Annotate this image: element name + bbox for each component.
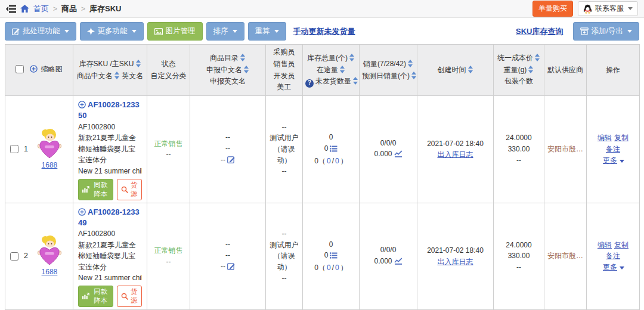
inout-stock-log-link[interactable]: 出入库日志 (438, 258, 473, 266)
find-source-button[interactable]: 货源 (117, 179, 142, 200)
cell-sku: AF10028-123349 AF1002800 新款21夏季儿童全棉短袖睡袋婴… (73, 203, 147, 309)
cell-cost: 24.0000 330.00 -- (494, 203, 544, 309)
unshipped-count: 0 (314, 157, 318, 165)
sort-icon[interactable] (244, 66, 249, 73)
circle-plus-icon[interactable] (30, 65, 38, 77)
edit-declare-name-icon[interactable] (227, 262, 235, 274)
single-purchase-button[interactable]: 单量购买 (532, 1, 573, 17)
sort-icon[interactable] (411, 72, 417, 79)
row-checkbox[interactable] (10, 252, 18, 261)
created-time: 2021-07-02 18:40 (420, 138, 491, 150)
image-icon (154, 28, 163, 35)
header-actions: 操作 (587, 45, 640, 96)
cell-sku: AF10028-123350 AF1002800 新款21夏季儿童全棉短袖睡袋婴… (73, 96, 147, 203)
default-supplier[interactable]: 安阳市殷… (547, 145, 583, 153)
edit-link[interactable]: 编辑 (597, 241, 612, 249)
sort-icon[interactable] (340, 66, 345, 73)
header-sku: 库存SKU /主SKU 商品中文名 英文名 (73, 45, 147, 96)
select-all-checkbox[interactable] (16, 65, 24, 73)
cell-supplier: 安阳市殷… (544, 203, 587, 309)
note-link[interactable]: 备注 (606, 145, 620, 153)
inout-stock-log-link[interactable]: 出入库日志 (438, 150, 473, 159)
custom-category: -- (150, 256, 187, 268)
sort-icon[interactable] (535, 54, 540, 61)
contact-support-button[interactable]: 联系客服 (578, 1, 638, 16)
cell-sales: 0/0/0 0.000 (360, 96, 417, 203)
image-management-button[interactable]: 图片管理 (147, 22, 203, 41)
header-stock: 库存总量(个) 在途量 ?未发货数量 (303, 45, 360, 96)
list-icon[interactable] (330, 144, 338, 156)
circle-plus-icon[interactable] (78, 100, 88, 110)
sort-button[interactable]: 排序 (206, 22, 244, 41)
sort-icon[interactable] (349, 54, 355, 61)
sales-counts: 0/0/0 (362, 138, 414, 149)
export-box-icon (580, 27, 589, 35)
weight: 330.00 (496, 250, 541, 262)
product-thumbnail[interactable] (36, 234, 63, 266)
cell-actions: 编辑复制 备注 更多 (587, 96, 640, 203)
created-time: 2021-07-02 18:40 (420, 245, 491, 256)
unshipped-link-a[interactable]: 0 (327, 264, 331, 272)
home-icon[interactable] (20, 5, 29, 13)
more-actions-link[interactable]: 更多 (603, 263, 617, 271)
edit-link[interactable]: 编辑 (597, 134, 612, 142)
breadcrumb-home[interactable]: 首页 (33, 4, 49, 14)
sort-icon[interactable] (353, 77, 358, 85)
sort-icon[interactable] (114, 72, 120, 79)
unit-cost: 24.0000 (496, 132, 541, 144)
breadcrumb-separator: > (53, 5, 57, 13)
copy-link[interactable]: 复制 (614, 134, 628, 142)
collapse-menu-icon[interactable] (6, 5, 16, 13)
trend-chart-icon[interactable] (394, 257, 402, 268)
manual-update-unshipped-link[interactable]: 手动更新未发货量 (293, 26, 355, 37)
unshipped-link-b[interactable]: 0 (335, 264, 339, 272)
sort-icon[interactable] (136, 60, 141, 67)
chart-down-icon (82, 293, 89, 299)
note-link[interactable]: 备注 (606, 252, 620, 260)
sales-counts: 0/0/0 (362, 244, 414, 256)
sort-icon[interactable] (528, 66, 534, 73)
default-supplier[interactable]: 安阳市殷… (547, 252, 583, 260)
header-supplier: 默认供应商 (544, 45, 587, 96)
unshipped-link-b[interactable]: 0 (335, 157, 339, 165)
row-checkbox[interactable] (10, 145, 18, 153)
same-style-cost-reduction-button[interactable]: 同款降本 (78, 179, 113, 200)
sort-icon[interactable] (240, 54, 246, 61)
recalculate-button[interactable]: 重算 (248, 22, 286, 41)
circle-plus-icon[interactable] (78, 207, 88, 218)
same-style-cost-reduction-button[interactable]: 同款降本 (78, 286, 113, 307)
marketplace-1688-link[interactable]: 1688 (42, 160, 58, 171)
sort-icon[interactable] (468, 66, 473, 73)
top-bar: 首页 > 商品 > 库存SKU 单量购买 联系客服 (0, 0, 644, 18)
more-functions-button[interactable]: 更多功能 (80, 22, 144, 41)
table-header-row: 缩略图 库存SKU /主SKU 商品中文名 英文名 状态 自定义分类 商品目录 … (5, 45, 640, 96)
daily-forecast: 0.000 (374, 257, 392, 265)
header-sales: 销量(7/28/42) 预测日销量(个) (360, 45, 417, 96)
batch-actions-button[interactable]: 批处理功能 (5, 22, 76, 41)
cell-staff: -- 测试用户 （请误动） -- (266, 96, 303, 203)
copy-link[interactable]: 复制 (614, 241, 628, 249)
status-badge: 正常销售 (150, 138, 187, 150)
find-source-button[interactable]: 货源 (117, 286, 142, 307)
breadcrumb-level1[interactable]: 商品 (61, 4, 77, 14)
more-actions-link[interactable]: 更多 (603, 156, 617, 165)
trend-chart-icon[interactable] (394, 150, 402, 161)
chart-down-icon (82, 186, 89, 193)
product-thumbnail[interactable] (36, 128, 63, 160)
marketplace-1688-link[interactable]: 1688 (42, 266, 58, 278)
unshipped-link-a[interactable]: 0 (327, 157, 331, 165)
chevron-down-icon (64, 30, 69, 33)
chevron-down-icon (628, 7, 633, 10)
list-icon[interactable] (330, 251, 338, 262)
add-export-button[interactable]: 添加/导出 (573, 22, 639, 41)
help-icon[interactable]: ? (305, 79, 314, 88)
sort-icon[interactable] (408, 60, 413, 67)
breadcrumb-current: 库存SKU (89, 4, 121, 14)
weight: 330.00 (496, 144, 541, 155)
stock-total: 0 (305, 132, 357, 143)
header-catalog: 商品目录 申报中文名 申报英文名 (190, 45, 266, 96)
edit-declare-name-icon[interactable] (227, 156, 235, 167)
row-number: 2 (24, 250, 28, 262)
sku-stock-query-link[interactable]: SKU库存查询 (516, 26, 563, 37)
cell-supplier: 安阳市殷… (544, 96, 587, 203)
